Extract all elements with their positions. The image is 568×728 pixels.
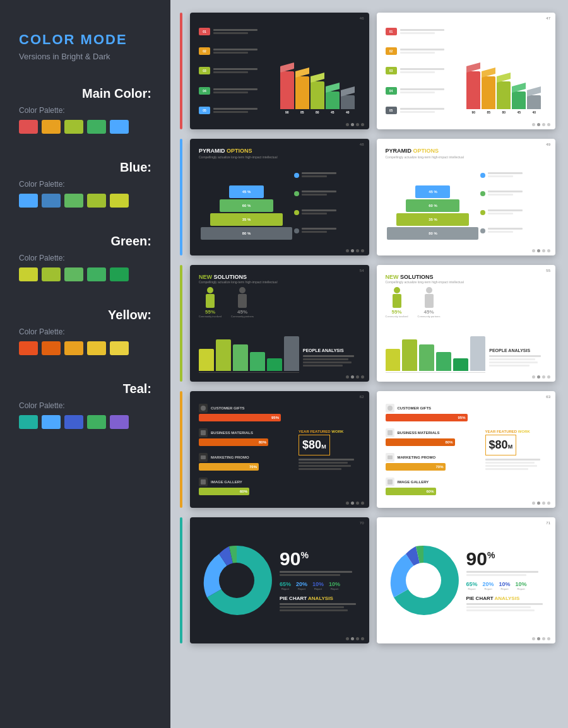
hbar-icon-4-l xyxy=(386,478,394,486)
bar-label-lime: 80 xyxy=(311,110,324,114)
slide-teal-light: 71 90% xyxy=(377,517,556,643)
section-name-blue: Blue: xyxy=(19,160,151,175)
dot xyxy=(547,637,550,640)
swatch-y4 xyxy=(87,341,106,355)
bar-label-gray: 40 xyxy=(341,110,355,114)
bar-col-l4 xyxy=(436,352,451,371)
accent-blue xyxy=(180,139,182,255)
featured-work-l: WORK xyxy=(518,430,530,433)
featured-line xyxy=(299,459,354,461)
bar-col-l3 xyxy=(419,344,434,371)
slide-green-dark: 54 NEW SOLUTIONS Compellingly actualize … xyxy=(190,265,369,382)
person-label-2-l: Community partners xyxy=(418,315,441,318)
hbar-bar-4-l: 60% xyxy=(386,488,478,495)
featured-line-l xyxy=(485,459,541,461)
person-pct-2-l: 45% xyxy=(424,309,434,315)
person-1-dark: 55% Community involved xyxy=(199,287,222,318)
nav-dots-blue-light xyxy=(532,249,550,252)
stat-4-light: 10% Report xyxy=(516,581,527,590)
bullet-line xyxy=(302,228,336,230)
dot xyxy=(532,123,535,126)
bullet-line xyxy=(302,213,327,214)
stair-chart-dark: 90 85 80 xyxy=(275,21,360,120)
list-text-4 xyxy=(213,88,257,93)
yellow-light-left: CUSTOMER GIFTS 95% xyxy=(386,400,478,499)
person-1-light: 55% Community involved xyxy=(386,287,408,318)
pie-analysis-line xyxy=(280,609,348,611)
palette-swatches-blue xyxy=(19,194,151,208)
dot xyxy=(542,123,545,126)
swatch-y5 xyxy=(110,341,129,355)
highlight-new-l: NEW xyxy=(386,274,399,280)
featured-line-l xyxy=(485,468,528,470)
hbar-pct-3-l: 70% xyxy=(435,465,443,469)
teal-light-layout: 90% 65% Report 20% Report xyxy=(386,526,547,635)
bullet-line-l xyxy=(488,172,523,174)
pie-analysis-line xyxy=(280,603,356,605)
pie-desc-line-2 xyxy=(280,574,340,576)
bar-face xyxy=(482,76,495,109)
palette-label-main: Color Palette: xyxy=(19,106,151,115)
bullet-2-dark xyxy=(294,191,360,196)
page-num-main-dark: 46 xyxy=(360,16,364,20)
icon-shape-1 xyxy=(201,406,206,411)
text-line-l xyxy=(400,49,444,50)
stat-num-1-dark: 65% xyxy=(280,581,291,587)
hbar-item-1-light: CUSTOMER GIFTS 95% xyxy=(386,404,478,421)
num-badge-l4: 04 xyxy=(386,87,397,95)
pyramid-title-light: PYRAMID OPTIONS xyxy=(386,148,547,154)
dot xyxy=(532,502,535,505)
palette-swatches-yellow xyxy=(19,341,151,355)
dot xyxy=(346,249,349,252)
hbar-fill-3: 70% xyxy=(199,463,259,471)
yellow-dark-layout: CUSTOMER GIFTS 95% xyxy=(199,400,360,499)
dot xyxy=(346,502,349,505)
featured-line xyxy=(299,468,341,470)
swatch-t3 xyxy=(64,415,83,429)
pie-center-dark xyxy=(219,563,254,598)
bar-gray-l: 40 xyxy=(527,95,541,114)
hbar-fill-2-l: 80% xyxy=(386,438,455,446)
palette-label-blue: Color Palette: xyxy=(19,180,151,189)
num-badge-4: 04 xyxy=(199,87,210,95)
pyramid-layer-3-light: 35 % xyxy=(396,213,469,226)
page-num-yellow-dark: 62 xyxy=(360,395,364,399)
page-num-teal-dark: 70 xyxy=(360,521,364,525)
bullet-4-light xyxy=(480,228,547,233)
swatch-t1 xyxy=(19,415,38,429)
stat-num-1-l: 65% xyxy=(466,581,478,587)
bar-face xyxy=(497,81,511,109)
stat-3-dark: 10% Report xyxy=(312,581,324,590)
list-text-l3 xyxy=(400,68,444,73)
featured-line xyxy=(299,465,351,467)
stair-bars: 90 85 80 xyxy=(280,71,355,114)
nav-dots-teal-light xyxy=(532,637,550,640)
swatch-green xyxy=(87,120,106,134)
page-num-yellow-light: 63 xyxy=(546,395,550,399)
hbar-pct-4-l: 60% xyxy=(426,490,434,493)
bar-col-l6 xyxy=(470,336,485,371)
slide-yellow-dark: 62 CUSTOMER GIFTS xyxy=(190,391,369,508)
bullet-line-l xyxy=(488,175,513,177)
hbar-label-text-3: MARKETING PROMO xyxy=(211,455,249,459)
highlight-options-l: OPTIONS xyxy=(413,148,439,154)
pie-chart-dark xyxy=(199,543,275,618)
slide-row-green: 54 NEW SOLUTIONS Compellingly actualize … xyxy=(180,265,555,382)
pie-analysis-line-l xyxy=(466,609,535,611)
slide-blue-dark: 48 PYRAMID OPTIONS Compellingly actualiz… xyxy=(190,139,369,255)
dot xyxy=(351,502,354,505)
analysis-highlight: ANALYSIS xyxy=(308,596,333,601)
dot xyxy=(542,637,545,640)
pie-info-light: 90% 65% Report 20% Report xyxy=(466,549,547,611)
main-dark-content: 01 02 xyxy=(199,21,360,120)
person-label-1-l: Community involved xyxy=(386,315,408,318)
hbar-label-2-dark: BUSINESS MATERIALS xyxy=(199,428,291,437)
dot xyxy=(351,375,354,379)
accent-teal xyxy=(180,517,182,643)
person-pct-1-l: 55% xyxy=(392,309,402,315)
bullet-line-l xyxy=(488,231,513,233)
swatch-red xyxy=(19,120,38,134)
text-line xyxy=(213,88,257,90)
bar-orange: 85 xyxy=(295,76,309,114)
hbar-bar-2-l: 80% xyxy=(386,438,478,446)
